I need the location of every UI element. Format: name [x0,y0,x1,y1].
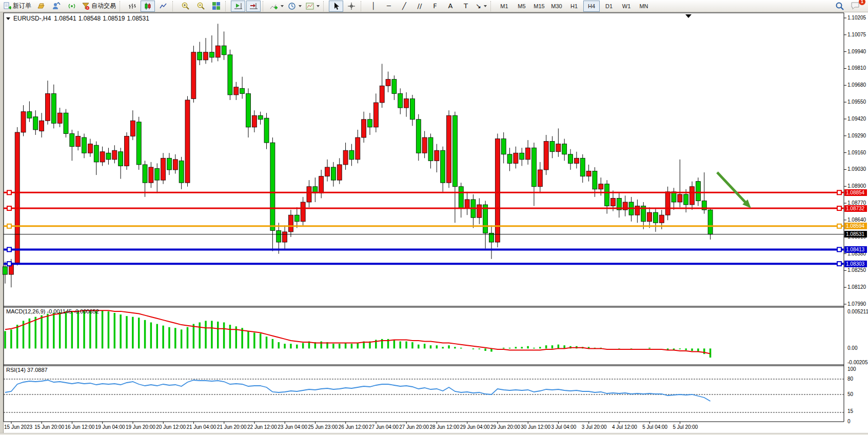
rsi-axis-label: 80 [847,376,853,382]
candle-body [574,158,579,163]
candle-body [246,93,251,127]
candle-body [684,194,688,205]
periods-button[interactable] [286,1,303,12]
price-line-badge[interactable]: 1.08303 [844,261,867,267]
price-line-anchor[interactable] [7,262,11,266]
chart-canvas [0,0,868,435]
price-axis-tick-label: 1.08250 [847,267,866,273]
candle-body [441,150,445,183]
candle-body [252,115,257,127]
candle-body [258,115,263,120]
auto-trading-button[interactable]: 自动交易 [80,1,117,12]
toolbar-separator [263,1,266,11]
text-button[interactable]: A [443,1,458,12]
time-axis-label: 29 Jun 04:00 [460,424,490,430]
new-order-button[interactable]: 新订单 [2,1,33,12]
search-button[interactable] [833,1,847,12]
trendline-button[interactable]: ╱ [397,1,411,12]
chart-shift-marker[interactable] [685,14,692,18]
equidistant-channel-button[interactable]: // [412,1,427,12]
price-line-badge[interactable]: 1.08531 [844,231,867,238]
timeframe-mn-button[interactable]: MN [636,1,652,12]
timeframe-m5-button[interactable]: M5 [514,1,530,12]
symbol-dropdown-icon[interactable] [6,17,10,20]
horizontal-line-button[interactable]: ─ [382,1,396,12]
chart-shift-icon [249,2,258,10]
candlestick-chart-button[interactable] [141,1,155,12]
timeframe-m15-button[interactable]: M15 [531,1,547,12]
vertical-line-button[interactable]: │ [366,1,381,12]
timeframes-group: M1M5M15M30H1H4D1W1MN [496,1,653,12]
indicators-button[interactable] [268,1,285,12]
zoom-out-button[interactable] [193,1,208,12]
price-line-anchor[interactable] [7,224,11,228]
time-axis-label: 25 Jun 23:00 [308,424,338,430]
line-chart-button[interactable] [156,1,170,12]
candle-body [185,100,190,183]
macd-axis-label: -0.00205 [847,360,867,365]
price-line-anchor[interactable] [837,224,841,228]
price-line-anchor[interactable] [837,190,841,194]
time-axis-label: 15 Jun 20:00 [34,424,64,430]
line-chart-icon [159,2,167,10]
market-profile-button[interactable] [49,1,64,12]
candle-body [635,206,640,215]
timeframe-h1-button[interactable]: H1 [566,1,582,12]
text-label-button[interactable]: T [459,1,473,12]
mt4-terminal-window: 新订单 自动交易 [0,0,868,435]
zoom-in-button[interactable] [178,1,192,12]
price-line-anchor[interactable] [837,247,841,251]
price-axis-tick-label: 1.09030 [847,166,866,172]
cursor-button[interactable] [329,1,343,12]
price-line-anchor[interactable] [837,262,841,266]
gold-button[interactable] [34,1,48,12]
time-axis-label: 27 Jun 20:00 [399,424,429,430]
auto-scroll-button[interactable] [231,1,245,12]
tile-windows-button[interactable] [209,1,223,12]
zoom-in-icon [181,2,190,10]
candle-body [88,144,92,153]
timeframe-m1-button[interactable]: M1 [496,1,512,12]
annotation-arrow[interactable] [717,172,747,205]
price-line-badge[interactable]: 1.08732 [844,205,867,212]
candle-body [690,187,695,205]
crosshair-icon [347,2,356,10]
timeframe-w1-button[interactable]: W1 [618,1,635,12]
templates-button[interactable] [304,1,321,12]
candle-body [21,112,26,132]
chart-shift-button[interactable] [246,1,261,12]
candle-body [672,192,676,202]
bar-chart-button[interactable] [125,1,140,12]
search-icon [835,2,844,11]
price-line-anchor[interactable] [7,206,11,210]
candle-body [112,150,117,160]
price-line-badge[interactable]: 1.08594 [844,223,867,229]
time-axis-label: 15 Jun 2023 [4,424,32,430]
candle-body [94,145,98,162]
price-line-badge[interactable]: 1.08854 [844,189,867,196]
fibonacci-retracement-button[interactable]: F [428,1,442,12]
time-axis-label: 20 Jun 12:00 [156,424,186,430]
signals-button[interactable] [65,1,79,12]
time-axis-label: 29 Jun 20:00 [490,424,520,430]
candle-body [125,136,129,166]
price-line-badge[interactable]: 1.08413 [844,246,867,253]
timeframe-d1-button[interactable]: D1 [601,1,617,12]
time-axis-label: 21 Jun 04:00 [187,424,216,430]
chat-button[interactable]: 1 [848,1,862,12]
candle-body [45,93,50,121]
candle-body [531,148,536,187]
crosshair-button[interactable] [344,1,359,12]
candle-body [611,198,616,206]
candle-body [392,80,397,94]
arrow-objects-button[interactable]: ↘ [474,1,488,12]
time-axis-label: 21 Jun 20:00 [217,424,247,430]
price-line-anchor[interactable] [7,247,11,251]
candle-body [64,113,68,133]
dropdown-caret-icon [299,5,302,7]
timeframe-m30-button[interactable]: M30 [548,1,565,12]
price-line-anchor[interactable] [837,206,841,210]
timeframe-h4-button[interactable]: H4 [583,1,600,12]
candle-body [562,144,567,154]
price-line-anchor[interactable] [7,190,11,194]
